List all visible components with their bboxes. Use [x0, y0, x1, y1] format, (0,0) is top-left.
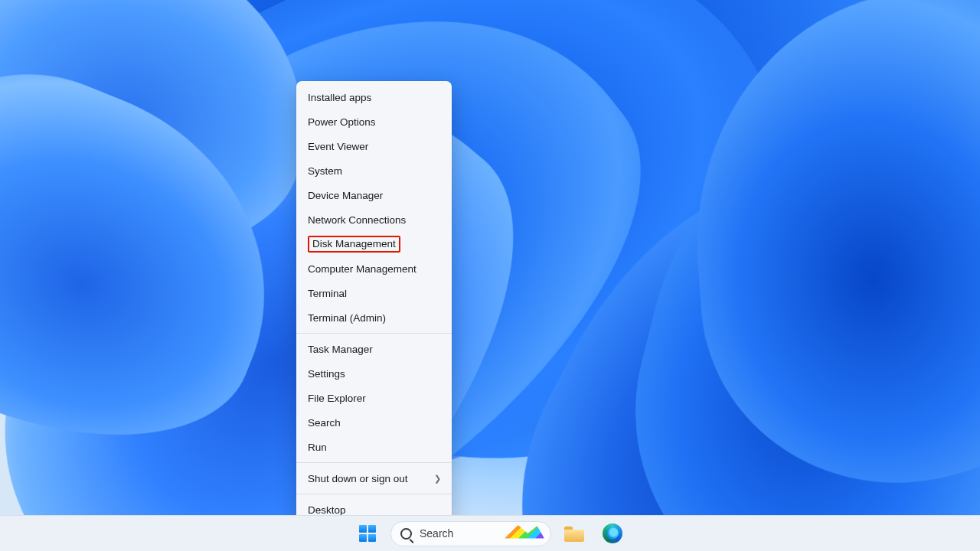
- menu-computer-management[interactable]: Computer Management: [296, 256, 452, 281]
- taskbar-search[interactable]: Search: [390, 521, 551, 546]
- edge-icon: [603, 523, 622, 543]
- winx-context-menu: Installed appsPower OptionsEvent ViewerS…: [296, 81, 452, 527]
- taskbar-edge[interactable]: [597, 518, 628, 549]
- menu-separator: [296, 462, 452, 463]
- menu-item-label: File Explorer: [308, 393, 366, 404]
- menu-item-label: Shut down or sign out: [308, 473, 408, 484]
- menu-separator: [296, 494, 452, 494]
- menu-item-label: Computer Management: [308, 263, 416, 275]
- menu-item-label: Device Manager: [308, 190, 383, 201]
- chevron-right-icon: ❯: [434, 474, 441, 484]
- menu-terminal[interactable]: Terminal: [296, 281, 452, 305]
- menu-item-label: Terminal (Admin): [308, 312, 386, 324]
- taskbar: Search: [0, 515, 980, 551]
- start-icon: [359, 525, 376, 542]
- menu-item-label: Terminal: [308, 288, 347, 299]
- menu-item-label: Network Connections: [308, 214, 406, 226]
- menu-item-label: Settings: [308, 368, 345, 380]
- menu-shutdown-signout[interactable]: Shut down or sign out❯: [296, 466, 452, 491]
- menu-item-label: Installed apps: [308, 92, 371, 103]
- menu-event-viewer[interactable]: Event Viewer: [296, 134, 452, 158]
- taskbar-start[interactable]: [352, 518, 383, 549]
- menu-separator: [296, 333, 452, 334]
- folder-icon: [564, 525, 584, 542]
- menu-power-options[interactable]: Power Options: [296, 109, 452, 134]
- menu-device-manager[interactable]: Device Manager: [296, 183, 452, 207]
- search-highlight-graphic: [505, 525, 544, 542]
- menu-item-label: Disk Management: [308, 236, 400, 253]
- menu-disk-management[interactable]: Disk Management: [296, 232, 452, 256]
- search-icon: [400, 528, 412, 540]
- menu-item-label: Power Options: [308, 116, 376, 128]
- taskbar-file-explorer[interactable]: [559, 518, 590, 549]
- menu-run[interactable]: Run: [296, 435, 452, 459]
- menu-item-label: Run: [308, 442, 327, 453]
- menu-search[interactable]: Search: [296, 410, 452, 435]
- menu-item-label: System: [308, 165, 342, 177]
- menu-file-explorer[interactable]: File Explorer: [296, 386, 452, 410]
- menu-settings[interactable]: Settings: [296, 361, 452, 386]
- search-placeholder: Search: [420, 527, 453, 540]
- menu-item-label: Event Viewer: [308, 141, 368, 152]
- menu-item-label: Task Manager: [308, 344, 373, 355]
- menu-task-manager[interactable]: Task Manager: [296, 337, 452, 361]
- menu-system[interactable]: System: [296, 158, 452, 183]
- menu-terminal-admin[interactable]: Terminal (Admin): [296, 305, 452, 330]
- menu-item-label: Desktop: [308, 504, 346, 516]
- menu-installed-apps[interactable]: Installed apps: [296, 85, 452, 109]
- desktop-wallpaper: [0, 0, 980, 551]
- menu-network-connections[interactable]: Network Connections: [296, 207, 452, 232]
- menu-item-label: Search: [308, 417, 341, 429]
